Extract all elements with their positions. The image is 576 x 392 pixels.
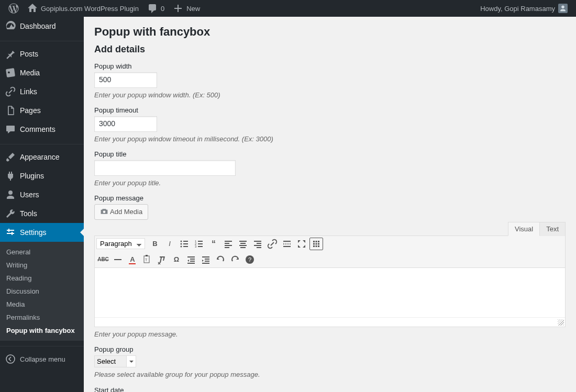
fullscreen-button[interactable]	[295, 238, 308, 250]
start-date-label: Start date	[94, 386, 566, 392]
svg-rect-34	[313, 245, 315, 247]
menu-posts-label: Posts	[20, 50, 38, 58]
menu-posts[interactable]: Posts	[0, 44, 84, 63]
menu-settings[interactable]: Settings	[0, 223, 84, 242]
sliders-icon	[5, 227, 16, 238]
resize-handle[interactable]	[558, 319, 564, 326]
insert-link-button[interactable]	[265, 238, 279, 250]
bold-button[interactable]: B	[148, 238, 162, 250]
comment-icon	[147, 3, 158, 14]
plus-icon	[173, 3, 183, 14]
menu-appearance-label: Appearance	[20, 153, 60, 161]
svg-rect-4	[183, 243, 188, 244]
popup-timeout-hint: Enter your popup window timeout in milli…	[94, 134, 566, 144]
tab-text[interactable]: Text	[539, 222, 566, 236]
sub-general[interactable]: General	[0, 245, 84, 259]
popup-message-hint: Enter your popup message.	[94, 329, 566, 340]
popup-width-input[interactable]	[94, 72, 157, 88]
editor-statusbar	[95, 317, 565, 327]
menu-media[interactable]: Media	[0, 63, 84, 82]
sub-media[interactable]: Media	[0, 298, 84, 311]
hr-button[interactable]	[111, 253, 125, 266]
howdy-label: Howdy, Gopi Ramasamy	[480, 5, 555, 13]
menu-dashboard-label: Dashboard	[20, 22, 56, 30]
paste-text-button[interactable]: T	[140, 253, 154, 266]
help-button[interactable]: ?	[243, 253, 257, 266]
page-subtitle: Add details	[94, 44, 566, 55]
collapse-menu[interactable]: Collapse menu	[0, 350, 84, 368]
svg-point-0	[6, 355, 15, 363]
svg-rect-10	[198, 243, 203, 244]
svg-rect-24	[257, 247, 261, 248]
svg-rect-39	[146, 255, 148, 256]
new-content-label: New	[186, 5, 200, 13]
svg-rect-14	[225, 243, 229, 244]
site-name[interactable]: Gopiplus.com WordPress Plugin	[23, 0, 143, 17]
popup-timeout-input[interactable]	[94, 116, 157, 132]
svg-rect-25	[283, 241, 291, 242]
sub-writing[interactable]: Writing	[0, 259, 84, 272]
sub-reading[interactable]: Reading	[0, 272, 84, 285]
menu-separator	[0, 344, 84, 346]
menu-appearance[interactable]: Appearance	[0, 148, 84, 166]
menu-pages[interactable]: Pages	[0, 101, 84, 120]
menu-plugins[interactable]: Plugins	[0, 166, 84, 185]
menu-users-label: Users	[20, 191, 39, 199]
svg-rect-18	[240, 243, 246, 244]
bullet-list-button[interactable]	[178, 238, 191, 250]
wp-logo[interactable]	[4, 0, 23, 17]
popup-timeout-label: Popup timeout	[94, 106, 566, 114]
clear-format-button[interactable]	[155, 253, 169, 266]
menu-comments-label: Comments	[20, 125, 56, 133]
menu-comments[interactable]: Comments	[0, 120, 84, 139]
format-select[interactable]: Paragraph	[96, 238, 145, 249]
svg-rect-20	[240, 247, 246, 248]
indent-button[interactable]	[199, 253, 213, 266]
blockquote-button[interactable]: “	[207, 238, 220, 250]
add-media-label: Add Media	[110, 208, 142, 216]
menu-pages-label: Pages	[20, 106, 41, 115]
svg-rect-31	[313, 243, 315, 244]
new-content[interactable]: New	[169, 0, 204, 17]
tab-visual[interactable]: Visual	[508, 222, 540, 236]
add-media-button[interactable]: Add Media	[94, 204, 148, 220]
sub-permalinks[interactable]: Permalinks	[0, 311, 84, 324]
svg-rect-22	[257, 243, 261, 244]
redo-button[interactable]	[228, 253, 242, 266]
svg-point-1	[181, 240, 182, 242]
popup-title-input[interactable]	[94, 160, 236, 176]
svg-rect-21	[254, 241, 261, 242]
align-left-button[interactable]	[221, 238, 235, 250]
italic-button[interactable]: I	[163, 238, 176, 250]
sub-popup-fancybox[interactable]: Popup with fancybox	[0, 324, 84, 337]
svg-text:T: T	[145, 258, 148, 262]
outdent-button[interactable]	[184, 253, 198, 266]
menu-separator	[0, 39, 84, 41]
menu-dashboard[interactable]: Dashboard	[0, 17, 84, 36]
users-icon	[5, 189, 16, 200]
popup-group-select[interactable]: Select	[95, 356, 126, 367]
svg-rect-42	[190, 259, 195, 260]
text-color-button[interactable]: A	[126, 253, 139, 266]
align-center-button[interactable]	[236, 238, 250, 250]
svg-rect-19	[239, 245, 247, 246]
menu-links[interactable]: Links	[0, 82, 84, 101]
user-account[interactable]: Howdy, Gopi Ramasamy	[476, 0, 572, 17]
special-char-button[interactable]: Ω	[170, 253, 183, 266]
settings-submenu: General Writing Reading Discussion Media…	[0, 242, 84, 341]
svg-rect-12	[198, 246, 203, 247]
editor-textarea[interactable]	[95, 267, 565, 317]
align-right-button[interactable]	[251, 238, 264, 250]
avatar	[558, 4, 568, 13]
read-more-button[interactable]	[280, 238, 294, 250]
strikethrough-button[interactable]: ABC	[96, 253, 110, 266]
menu-tools[interactable]: Tools	[0, 204, 84, 223]
toolbar-toggle-button[interactable]	[309, 238, 323, 250]
popup-width-hint: Enter your popup window width. (Ex: 500)	[94, 90, 566, 100]
sub-discussion[interactable]: Discussion	[0, 285, 84, 298]
chevron-down-icon	[126, 356, 136, 367]
undo-button[interactable]	[214, 253, 227, 266]
comments-bubble[interactable]: 0	[143, 0, 169, 17]
number-list-button[interactable]: 123	[192, 238, 206, 250]
menu-users[interactable]: Users	[0, 185, 84, 204]
